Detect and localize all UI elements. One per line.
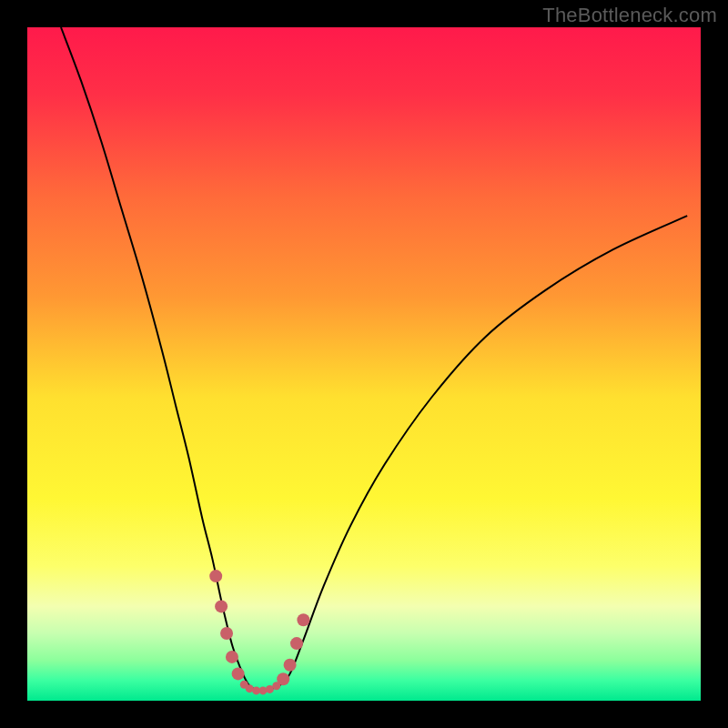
plot-background <box>27 27 701 701</box>
highlight-dot <box>226 651 238 663</box>
highlight-dot <box>284 659 297 672</box>
highlight-dot <box>215 600 228 612</box>
highlight-dot <box>209 570 222 582</box>
highlight-dot <box>297 613 309 626</box>
bottleneck-plot <box>27 27 701 701</box>
highlight-dot <box>259 686 268 694</box>
highlight-dot <box>220 627 233 640</box>
watermark-text: TheBottleneck.com <box>542 4 717 27</box>
highlight-dot <box>277 672 289 685</box>
chart-frame: TheBottleneck.com <box>0 0 728 728</box>
highlight-dot <box>232 667 245 680</box>
highlight-dot <box>290 637 303 650</box>
